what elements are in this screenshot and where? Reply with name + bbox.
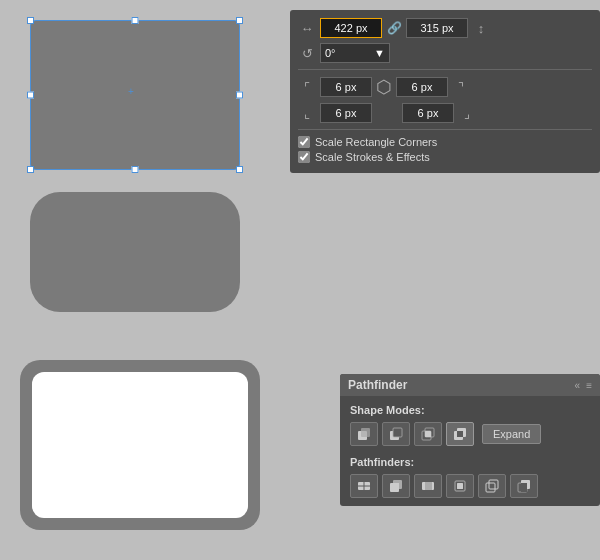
pathfinders-row xyxy=(350,474,590,498)
svg-rect-1 xyxy=(361,428,370,437)
svg-rect-9 xyxy=(457,431,463,437)
svg-rect-6 xyxy=(425,431,431,437)
scale-strokes-row: Scale Strokes & Effects xyxy=(298,151,592,163)
frame-rectangle-outer xyxy=(20,360,260,530)
scale-corners-checkbox[interactable] xyxy=(298,136,310,148)
menu-icon[interactable]: ≡ xyxy=(586,380,592,391)
svg-rect-24 xyxy=(521,483,527,492)
selected-rectangle[interactable] xyxy=(30,20,240,170)
outline-btn[interactable] xyxy=(478,474,506,498)
link-icon[interactable]: 🔗 xyxy=(386,21,402,35)
handle-bc[interactable] xyxy=(132,166,139,173)
unite-btn[interactable] xyxy=(350,422,378,446)
handle-ml[interactable] xyxy=(27,92,34,99)
svg-rect-17 xyxy=(425,482,432,490)
shape-modes-label: Shape Modes: xyxy=(350,404,590,416)
corner-bl-icon: ⌞ xyxy=(298,106,316,121)
frame-rectangle-inner xyxy=(32,372,248,518)
corners-top-row: ⌜ ⬡ ⌝ xyxy=(298,76,592,98)
merge-btn[interactable] xyxy=(414,474,442,498)
handle-tr[interactable] xyxy=(236,17,243,24)
crop-btn[interactable] xyxy=(446,474,474,498)
corner-bl-input-group xyxy=(320,103,372,123)
exclude-btn[interactable] xyxy=(446,422,474,446)
properties-panel: ↔ 🔗 ↕ ↺ 0° ▼ ⌜ ⬡ ⌝ ⌞ xyxy=(290,10,600,173)
corner-bl-input[interactable] xyxy=(320,103,372,123)
corner-tl-input[interactable] xyxy=(320,77,372,97)
height-input[interactable] xyxy=(406,18,468,38)
scale-strokes-checkbox[interactable] xyxy=(298,151,310,163)
scale-corners-row: Scale Rectangle Corners xyxy=(298,136,592,148)
corner-tl-icon: ⌜ xyxy=(298,80,316,95)
svg-rect-19 xyxy=(457,483,463,489)
trim-btn[interactable] xyxy=(382,474,410,498)
scale-corners-label: Scale Rectangle Corners xyxy=(315,136,437,148)
rotation-icon: ↺ xyxy=(298,46,316,61)
handle-mr[interactable] xyxy=(236,92,243,99)
pathfinder-header: Pathfinder « ≡ xyxy=(340,374,600,396)
handle-tc[interactable] xyxy=(132,17,139,24)
pathfinders-label: Pathfinders: xyxy=(350,456,590,468)
rounded-rectangle xyxy=(30,192,240,312)
canvas-area xyxy=(0,0,270,560)
width-height-row: ↔ 🔗 ↕ xyxy=(298,18,592,38)
rotation-value: 0° xyxy=(325,47,336,59)
width-icon: ↔ xyxy=(298,21,316,36)
corner-br-icon: ⌟ xyxy=(458,106,476,121)
divide-btn[interactable] xyxy=(350,474,378,498)
expand-button[interactable]: Expand xyxy=(482,424,541,444)
rect1-wrapper xyxy=(30,20,240,170)
scale-strokes-label: Scale Strokes & Effects xyxy=(315,151,430,163)
svg-rect-20 xyxy=(486,483,495,492)
rect3-wrapper xyxy=(20,360,260,530)
height-icon: ↕ xyxy=(472,21,490,36)
rect2-wrapper xyxy=(30,192,240,312)
corner-tl-input-group xyxy=(320,77,372,97)
center-point xyxy=(131,91,139,99)
minus-back-btn[interactable] xyxy=(510,474,538,498)
minus-front-btn[interactable] xyxy=(382,422,410,446)
corner-br-input[interactable] xyxy=(402,103,454,123)
double-arrow-icon[interactable]: « xyxy=(575,380,581,391)
svg-rect-21 xyxy=(489,480,498,489)
corners-link-icon[interactable]: ⬡ xyxy=(376,76,392,98)
corner-tr-icon: ⌝ xyxy=(452,80,470,95)
corners-bottom-row: ⌞ ⌟ xyxy=(298,103,592,123)
pathfinder-header-icons: « ≡ xyxy=(575,380,592,391)
pathfinder-body: Shape Modes: xyxy=(340,396,600,506)
corner-br-input-group xyxy=(402,103,454,123)
corner-tr-input-group xyxy=(396,77,448,97)
rotation-chevron: ▼ xyxy=(374,47,385,59)
pathfinder-title: Pathfinder xyxy=(348,378,407,392)
separator2 xyxy=(298,129,592,130)
svg-rect-15 xyxy=(393,483,399,489)
rotation-row: ↺ 0° ▼ xyxy=(298,43,592,63)
corner-tr-input[interactable] xyxy=(396,77,448,97)
separator1 xyxy=(298,69,592,70)
handle-br[interactable] xyxy=(236,166,243,173)
width-input[interactable] xyxy=(320,18,382,38)
pathfinder-panel: Pathfinder « ≡ Shape Modes: xyxy=(340,374,600,506)
shape-modes-row: Expand xyxy=(350,422,590,446)
handle-tl[interactable] xyxy=(27,17,34,24)
handle-bl[interactable] xyxy=(27,166,34,173)
intersect-btn[interactable] xyxy=(414,422,442,446)
rotation-dropdown[interactable]: 0° ▼ xyxy=(320,43,390,63)
svg-rect-3 xyxy=(393,428,402,437)
